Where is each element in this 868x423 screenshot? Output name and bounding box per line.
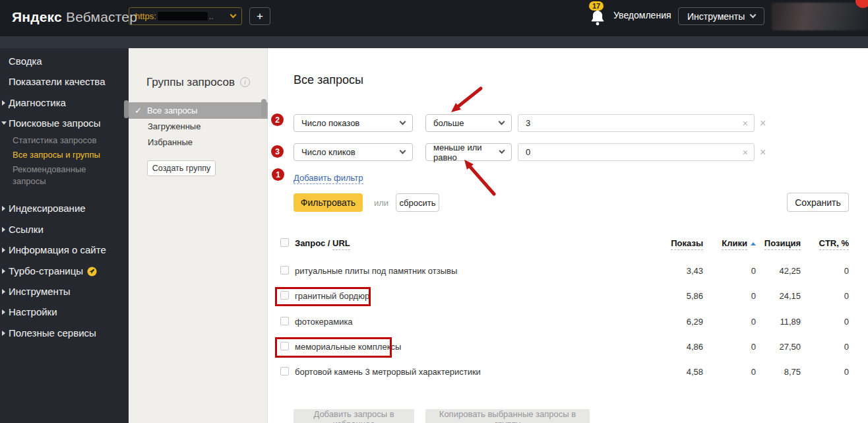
yandex-webmaster-logo[interactable]: Яндекс Вебмастер	[12, 9, 137, 25]
sidebar-item-links[interactable]: Ссылки	[9, 224, 44, 235]
sidebar-subitem-query-stats[interactable]: Статистика запросов	[13, 135, 113, 146]
filter2-field-select[interactable]: Число кликов	[294, 143, 413, 161]
filter1-field-value: Число показов	[301, 118, 359, 128]
clicks-cell: 0	[690, 291, 756, 301]
chevron-down-icon	[499, 119, 505, 125]
page-title: Все запросы	[294, 73, 363, 87]
header-sub-strip	[0, 36, 868, 48]
query-cell[interactable]: ритуальные плиты под памятник отзывы	[295, 266, 457, 276]
filter1-operator-select[interactable]: больше	[425, 114, 512, 132]
group-item-favorites[interactable]: Избранные	[148, 137, 193, 147]
row-checkbox[interactable]	[280, 367, 289, 375]
filter1-value-input[interactable]: 3×	[518, 114, 755, 132]
ctr-cell: 0	[796, 342, 849, 352]
sidebar-item-useful-services[interactable]: Полезные сервисы	[9, 327, 96, 339]
bell-icon	[590, 9, 605, 26]
query-cell[interactable]: фотокерамика	[295, 317, 353, 327]
sidebar-scrollbar-thumb[interactable]	[124, 100, 129, 118]
sidebar-item-search-queries[interactable]: Поисковые запросы	[9, 117, 101, 129]
group-item-all-queries[interactable]: ✓ Все запросы	[129, 102, 268, 119]
chevron-down-icon	[400, 148, 406, 154]
query-header-text: Запрос /	[295, 238, 332, 248]
position-cell: 42,25	[747, 266, 801, 276]
url-toggle[interactable]: URL	[332, 238, 350, 250]
column-header-position: Позиция	[747, 238, 801, 248]
turbo-pages-label: Турбо-страницы	[9, 265, 83, 277]
sidebar-item-indexing[interactable]: Индексирование	[9, 203, 86, 214]
clicks-cell: 0	[690, 266, 756, 276]
sidebar-item-quality[interactable]: Показатели качества	[9, 76, 106, 87]
query-cell[interactable]: бортовой камень 3 метрорвый характеристи…	[295, 367, 481, 377]
table-row: гранитный бордюр 5,86 0 24,15 0	[268, 285, 868, 310]
main-content: Все запросы Число показов больше 3× × Чи…	[268, 48, 868, 423]
table-row: фотокерамика 6,29 0 11,89 0	[268, 311, 868, 336]
chevron-expanded-icon	[1, 121, 7, 125]
sidebar-subitem-recommended-queries[interactable]: Рекомендованные запросы	[13, 164, 113, 187]
row-checkbox[interactable]	[280, 317, 289, 325]
groups-panel-scrollbar-thumb[interactable]	[261, 99, 266, 117]
sidebar-item-site-info[interactable]: Информация о сайте	[9, 244, 106, 255]
row-checkbox[interactable]	[280, 342, 289, 350]
site-selector-dropdown[interactable]: https: ..	[129, 7, 242, 25]
filter2-value-input[interactable]: 0×	[518, 143, 755, 161]
filter1-operator-value: больше	[433, 118, 464, 128]
position-cell: 8,75	[747, 367, 801, 377]
remove-filter2-icon[interactable]: ×	[760, 146, 766, 158]
remove-filter1-icon[interactable]: ×	[760, 117, 766, 129]
row-checkbox[interactable]	[280, 291, 289, 300]
redacted-site-url	[158, 12, 208, 20]
select-all-checkbox[interactable]	[280, 238, 289, 247]
chevron-right-icon	[2, 206, 5, 211]
chevron-right-icon	[2, 247, 5, 253]
chevron-right-icon	[2, 331, 5, 336]
ctr-sort[interactable]: CTR, %	[819, 238, 850, 250]
apply-filter-button[interactable]: Фильтровать	[294, 193, 363, 212]
sidebar-item-turbo-pages[interactable]: Турбо-страницы	[9, 265, 97, 278]
filter1-field-select[interactable]: Число показов	[294, 114, 413, 132]
column-header-ctr: CTR, %	[796, 238, 849, 248]
sidebar-item-tools[interactable]: Инструменты	[9, 286, 71, 297]
save-button[interactable]: Сохранить	[787, 193, 849, 212]
tools-label: Инструменты	[687, 11, 745, 22]
table-row: мемориальные комплексы 4,86 0 27,50 0	[268, 336, 868, 361]
clicks-cell: 0	[690, 317, 756, 327]
create-group-button[interactable]: Создать группу	[147, 160, 216, 176]
ctr-cell: 0	[796, 266, 849, 276]
chevron-right-icon	[2, 309, 5, 315]
sidebar-item-diagnostics[interactable]: Диагностика	[9, 97, 66, 108]
table-header: Запрос / URL Показы Клики Позиция CTR, %	[268, 238, 868, 251]
check-icon: ✓	[135, 106, 142, 115]
groups-title-text: Группы запросов	[146, 76, 235, 88]
sidebar-item-settings[interactable]: Настройки	[9, 306, 57, 317]
account-area-redacted[interactable]	[772, 3, 868, 30]
column-header-query-url: Запрос / URL	[295, 238, 350, 248]
main-sidebar: Сводка Показатели качества Диагностика П…	[0, 48, 129, 423]
row-checkbox[interactable]	[280, 266, 289, 275]
notifications-bell[interactable]: 17	[590, 9, 606, 27]
filter2-value-text: 0	[526, 147, 530, 157]
sidebar-item-summary[interactable]: Сводка	[9, 55, 42, 67]
chevron-down-icon	[230, 12, 237, 18]
clicks-cell: 0	[690, 342, 756, 352]
add-site-button[interactable]: +	[249, 7, 270, 25]
add-filter-link[interactable]: Добавить фильтр	[294, 173, 363, 183]
filter2-operator-value: меньше или равно	[433, 143, 500, 162]
clicks-sort[interactable]: Клики	[722, 238, 747, 250]
query-cell[interactable]: мемориальные комплексы	[295, 342, 401, 352]
add-filter-text: Добавить фильтр	[294, 173, 363, 184]
clear-input-icon[interactable]: ×	[743, 118, 748, 129]
ctr-cell: 0	[796, 367, 849, 377]
info-icon[interactable]: i	[240, 77, 250, 87]
add-to-favorites-button[interactable]: Добавить запросы в избранное	[294, 409, 414, 423]
tools-dropdown-button[interactable]: Инструменты	[678, 7, 764, 25]
sidebar-subitem-all-queries-groups[interactable]: Все запросы и группы	[13, 149, 113, 161]
reset-filter-button[interactable]: сбросить	[396, 193, 439, 212]
group-item-loaded[interactable]: Загруженные	[148, 121, 201, 131]
filter2-operator-select[interactable]: меньше или равно	[425, 143, 512, 161]
position-sort[interactable]: Позиция	[764, 238, 801, 250]
query-cell[interactable]: гранитный бордюр	[295, 291, 369, 301]
notifications-count-badge: 17	[589, 1, 604, 11]
copy-to-group-button[interactable]: Копировать выбранные запросы в группу	[425, 409, 590, 423]
position-cell: 11,89	[747, 317, 801, 327]
clear-input-icon[interactable]: ×	[743, 147, 748, 158]
